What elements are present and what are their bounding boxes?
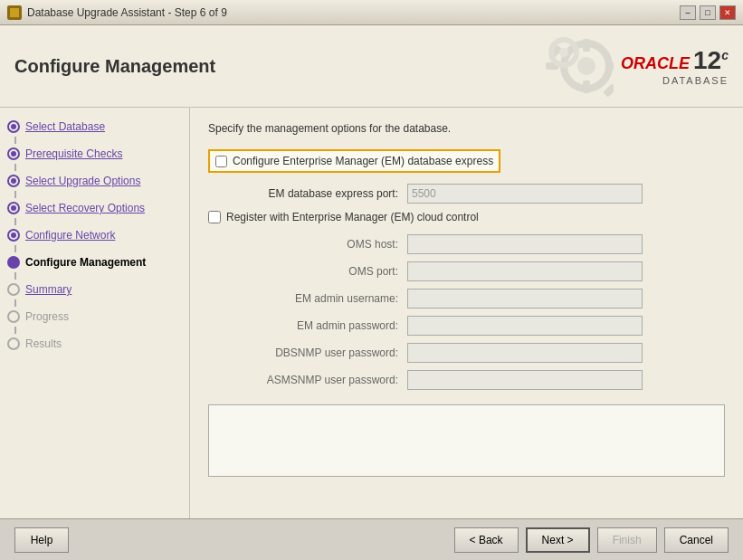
em-admin-username-label: EM admin username: [226, 292, 407, 305]
em-admin-username-input[interactable] [407, 289, 643, 308]
connector-4 [14, 218, 16, 225]
oms-port-input[interactable] [407, 261, 643, 281]
oracle-version-text: 12c [693, 46, 729, 75]
connector-6 [14, 272, 16, 280]
sidebar-item-results: Results [0, 334, 189, 354]
em-express-checkbox-row[interactable]: Configure Enterprise Manager (EM) databa… [208, 149, 500, 173]
sidebar-item-select-database[interactable]: Select Database [0, 117, 189, 137]
title-bar-left: Database Upgrade Assistant - Step 6 of 9 [7, 5, 227, 20]
oracle-logo: ORACLE 12c DATABASE [621, 46, 729, 86]
connector-8 [14, 327, 16, 334]
main-window: Configure Management ORACLE 12c [0, 25, 743, 560]
svg-rect-6 [605, 62, 614, 70]
dbsnmp-password-row: DBSNMP user password: [208, 343, 725, 363]
svg-rect-3 [583, 39, 590, 52]
svg-rect-8 [603, 83, 614, 98]
bottom-right-buttons: < Back Next > Finish Cancel [454, 527, 729, 553]
bottom-bar: Help < Back Next > Finish Cancel [0, 518, 743, 560]
oms-host-input[interactable] [407, 234, 643, 254]
sidebar-item-prerequisite-checks[interactable]: Prerequisite Checks [0, 144, 189, 164]
app-icon [7, 5, 22, 20]
step-indicator-9 [7, 337, 20, 350]
step-indicator-3 [7, 175, 20, 187]
page-title: Configure Management [14, 56, 215, 77]
sidebar-item-configure-network[interactable]: Configure Network [0, 225, 189, 245]
help-button[interactable]: Help [14, 527, 69, 553]
oms-host-label: OMS host: [226, 238, 407, 251]
em-admin-password-input[interactable] [407, 316, 643, 336]
em-express-checkbox-label: Configure Enterprise Manager (EM) databa… [233, 155, 493, 167]
asmsnmp-password-input[interactable] [407, 370, 643, 390]
body-area: Select Database Prerequisite Checks Sele… [0, 108, 743, 518]
gear-decoration [541, 34, 614, 98]
connector-1 [14, 137, 16, 144]
step-indicator-7 [7, 283, 20, 296]
em-express-port-label: EM database express port: [226, 187, 407, 200]
connector-2 [14, 164, 16, 171]
oms-port-row: OMS port: [208, 261, 725, 281]
connector-7 [14, 299, 16, 307]
connector-5 [14, 245, 16, 252]
em-admin-username-row: EM admin username: [208, 289, 725, 308]
asmsnmp-password-row: ASMSNMP user password: [208, 370, 725, 390]
step-indicator-8 [7, 310, 20, 323]
title-bar-text: Database Upgrade Assistant - Step 6 of 9 [27, 6, 227, 19]
log-area [208, 404, 725, 477]
svg-point-10 [559, 48, 568, 57]
svg-rect-0 [10, 8, 19, 17]
svg-rect-4 [583, 81, 590, 93]
dbsnmp-password-label: DBSNMP user password: [226, 346, 407, 359]
title-bar: Database Upgrade Assistant - Step 6 of 9… [0, 0, 743, 25]
sidebar-item-progress: Progress [0, 307, 189, 327]
step-indicator-6 [7, 256, 20, 269]
step-indicator-4 [7, 202, 20, 214]
back-button[interactable]: < Back [454, 527, 519, 553]
content-description: Specify the management options for the d… [208, 122, 725, 135]
em-express-port-input[interactable] [407, 184, 643, 204]
em-admin-password-row: EM admin password: [208, 316, 725, 336]
oracle-brand-text: ORACLE [621, 54, 690, 73]
bottom-left-buttons: Help [14, 527, 69, 553]
connector-3 [14, 191, 16, 198]
em-express-port-row: EM database express port: [208, 184, 725, 204]
close-button[interactable]: ✕ [719, 5, 736, 20]
em-cloud-checkbox[interactable] [208, 211, 221, 223]
em-admin-password-label: EM admin password: [226, 319, 407, 332]
sidebar-item-configure-management: Configure Management [0, 252, 189, 272]
em-express-checkbox[interactable] [215, 156, 227, 167]
step-indicator-2 [7, 147, 20, 160]
next-button[interactable]: Next > [526, 527, 590, 553]
dbsnmp-password-input[interactable] [407, 343, 643, 363]
sidebar-item-summary[interactable]: Summary [0, 280, 189, 299]
em-cloud-checkbox-label: Register with Enterprise Manager (EM) cl… [226, 211, 479, 223]
header-logo: ORACLE 12c DATABASE [541, 34, 729, 98]
sidebar-nav: Select Database Prerequisite Checks Sele… [0, 117, 189, 354]
oms-port-label: OMS port: [226, 265, 407, 278]
sidebar-item-select-recovery-options[interactable]: Select Recovery Options [0, 198, 189, 218]
cancel-button[interactable]: Cancel [664, 527, 729, 553]
asmsnmp-password-label: ASMSNMP user password: [226, 374, 407, 386]
header: Configure Management ORACLE 12c [0, 25, 743, 108]
finish-button[interactable]: Finish [597, 527, 657, 553]
title-bar-buttons: – □ ✕ [680, 5, 736, 20]
minimize-button[interactable]: – [680, 5, 696, 20]
oracle-db-label: DATABASE [662, 75, 729, 86]
em-cloud-checkbox-row[interactable]: Register with Enterprise Manager (EM) cl… [208, 211, 725, 223]
sidebar-item-select-upgrade-options[interactable]: Select Upgrade Options [0, 171, 189, 191]
maximize-button[interactable]: □ [700, 5, 716, 20]
step-indicator-1 [7, 120, 20, 133]
sidebar: Select Database Prerequisite Checks Sele… [0, 108, 190, 518]
content-area: Specify the management options for the d… [190, 108, 743, 518]
step-indicator-5 [7, 229, 20, 242]
oms-host-row: OMS host: [208, 234, 725, 254]
svg-point-2 [577, 57, 595, 75]
